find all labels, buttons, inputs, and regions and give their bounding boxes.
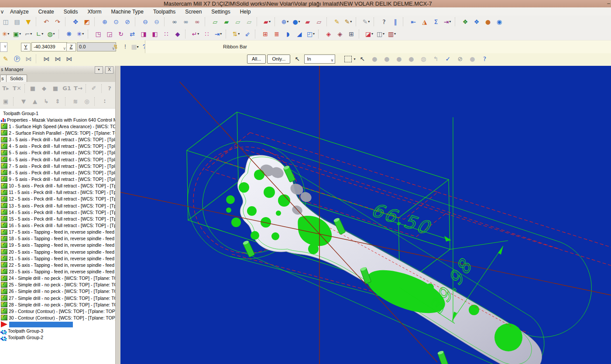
- toolpath-operation-row[interactable]: 13 - 5 axis - Peck drill - full retract …: [0, 202, 115, 209]
- xform-scale-icon[interactable]: ∷: [161, 29, 172, 39]
- viewport-canvas[interactable]: 66.50 39.98: [120, 66, 611, 364]
- toolpath-operation-row[interactable]: 9 - 5 axis - Peck drill - full retract -…: [0, 176, 115, 182]
- create-polyline-icon[interactable]: ∟▾: [34, 29, 45, 39]
- dropdown-caret-icon[interactable]: ▾: [299, 20, 300, 24]
- dropdown-caret-icon[interactable]: ▾: [197, 32, 199, 36]
- grid-settings-icon[interactable]: ⊞: [260, 29, 271, 39]
- viewsheets-arrow-icon[interactable]: ⇙: [242, 29, 253, 39]
- regen-all-icon[interactable]: ■: [27, 84, 38, 93]
- dropdown-caret-icon[interactable]: ▾: [7, 32, 9, 36]
- toolpath-display-icon[interactable]: ≋: [70, 97, 81, 106]
- z-coordinate-button[interactable]: Z: [66, 43, 76, 51]
- toolpath-operation-row[interactable]: 17 - 5 axis - Tapping - feed in, reverse…: [0, 229, 115, 235]
- menu-item[interactable]: Screen: [180, 9, 206, 15]
- toolpath-operation-row[interactable]: 30 - Contour (Contour) - [WCS: TOP] - [T…: [0, 314, 115, 321]
- select-cube-disabled-icon[interactable]: ◍: [418, 54, 429, 64]
- hatch-lines-icon[interactable]: ≣: [271, 29, 282, 39]
- roll-icon[interactable]: ↵▾: [190, 29, 201, 39]
- dropdown-caret-icon[interactable]: ▾: [383, 32, 384, 36]
- gview-side-cube-icon[interactable]: ▱: [232, 17, 244, 27]
- toolpath-operation-row[interactable]: 20 - 5 axis - Tapping - feed in, reverse…: [0, 248, 115, 255]
- toolpath-operation-row[interactable]: 10 - 5 axis - Peck drill - full retract …: [0, 183, 115, 189]
- toolpath-operation-row[interactable]: 14 - 5 axis - Peck drill - full retract …: [0, 209, 115, 215]
- menu-item[interactable]: Analyze: [5, 9, 34, 15]
- solid-box-icon[interactable]: ◰▾: [305, 29, 316, 39]
- dropdown-caret-icon[interactable]: ▾: [82, 32, 84, 36]
- select-toolpaths-icon[interactable]: T▸: [0, 84, 11, 93]
- delete-entity-pencil-icon[interactable]: ✎: [331, 17, 343, 27]
- unzoom-icon[interactable]: ⊖: [140, 17, 151, 27]
- undo-selection-icon[interactable]: ↰: [430, 54, 441, 64]
- bowtie-gray-icon[interactable]: ⋈: [23, 54, 34, 64]
- pencil-partial-icon[interactable]: ✎: [0, 54, 11, 64]
- toolpath-operation-row[interactable]: Toolpath Group-3: [0, 328, 115, 334]
- select-only-button[interactable]: Only...: [267, 54, 290, 64]
- toolpath-operation-row[interactable]: 27 - Simple drill - no peck - [WCS: TOP]…: [0, 295, 115, 301]
- xform-mirror-icon[interactable]: ⇄: [127, 29, 138, 39]
- analyze-sum-icon[interactable]: Σ: [430, 17, 442, 27]
- limit-select-2-icon[interactable]: ⋈: [52, 54, 63, 64]
- panel-dropdown-button[interactable]: ▼: [95, 66, 103, 74]
- menu-item[interactable]: Settings: [206, 9, 235, 15]
- toolpath-operation-row[interactable]: 8 - 5 axis - Peck drill - full retract -…: [0, 169, 115, 176]
- toolpath-operation-row[interactable]: 1 - Surface High Speed (Area clearance) …: [0, 123, 115, 129]
- toolpath-operation-row[interactable]: 3 - 5 axis - Peck drill - full retract -…: [0, 136, 115, 143]
- undelete-pencil-icon[interactable]: ✎▾: [360, 17, 372, 27]
- regen-selected-icon[interactable]: ■: [50, 84, 61, 93]
- quick-mask-cursor-icon[interactable]: ↖: [292, 54, 303, 64]
- dropdown-caret-icon[interactable]: ▾: [41, 32, 43, 36]
- sphere-blue-icon[interactable]: ◉: [494, 17, 505, 27]
- shading-cube-icon[interactable]: ▰: [302, 17, 313, 27]
- move-down-icon[interactable]: ▼: [18, 97, 29, 106]
- toolpath-operation-row[interactable]: 23 - 5 axis - Tapping - feed in, reverse…: [0, 268, 115, 275]
- planes-cube-icon[interactable]: ▰▾: [261, 17, 273, 27]
- toolpath-operation-row[interactable]: 22 - 5 axis - Tapping - feed in, reverse…: [0, 262, 115, 268]
- zoom-window-icon[interactable]: ⊕: [99, 17, 110, 27]
- surface-arc-icon[interactable]: ◗: [282, 29, 294, 39]
- unzoom-80-icon[interactable]: ⊖: [151, 17, 162, 27]
- selection-filter-funnel-icon[interactable]: ▼: [23, 17, 34, 27]
- limit-select-3-icon[interactable]: ⋈: [63, 54, 75, 64]
- dropdown-caret-icon[interactable]: ▾: [137, 45, 139, 49]
- y-coordinate-button[interactable]: Y: [21, 43, 31, 51]
- gview-front-cube-icon[interactable]: ▰: [221, 17, 232, 27]
- title-bar[interactable]: Mastercam Mill X7 D:\ÇIZIM\Solid works\N…: [0, 0, 611, 7]
- toolpath-operation-row[interactable]: 19 - 5 axis - Tapping - feed in, reverse…: [0, 242, 115, 248]
- panel-close-button[interactable]: X: [105, 66, 113, 74]
- graphics-viewport[interactable]: 66.50 39.98: [120, 66, 611, 364]
- snowflake-axis-icon[interactable]: ✳▾: [75, 29, 86, 39]
- in-selection-combo[interactable]: In∨: [304, 54, 335, 64]
- scroll-window-icon[interactable]: ⇕: [52, 97, 63, 106]
- toolpath-operation-row[interactable]: 18 - 5 axis - Tapping - feed in, reverse…: [0, 235, 115, 242]
- dropdown-caret-icon[interactable]: ▾: [394, 32, 396, 36]
- wire-cube-icon[interactable]: ⊞: [346, 29, 357, 39]
- menu-item[interactable]: Solids: [59, 9, 83, 15]
- menu-item[interactable]: Toolpaths: [148, 9, 180, 15]
- dropdown-caret-icon[interactable]: ▾: [350, 20, 352, 24]
- redo-icon[interactable]: ↷: [52, 17, 63, 27]
- toolpath-operation-row[interactable]: 6 - 5 axis - Peck drill - full retract -…: [0, 156, 115, 163]
- disabled-circle-icon[interactable]: ●: [467, 54, 478, 64]
- move-up-icon[interactable]: ▲: [29, 97, 41, 106]
- world-green-icon[interactable]: ❖: [460, 17, 471, 27]
- dropdown-caret-icon[interactable]: ▾: [368, 20, 370, 24]
- tool-settings-icon[interactable]: ∶: [99, 97, 110, 106]
- create-rectangle-icon[interactable]: ▣▾: [11, 29, 23, 39]
- lock-posting-icon[interactable]: ▣: [0, 97, 11, 106]
- xform-rotate-icon[interactable]: ↻: [115, 29, 127, 39]
- minimize-button[interactable]: –: [607, 0, 610, 7]
- analyze-entity-icon[interactable]: ?: [378, 17, 390, 27]
- apply-exclaim-icon[interactable]: !: [120, 42, 130, 51]
- shading-sphere-icon[interactable]: ●▾: [291, 17, 302, 27]
- toolpath-operation-row[interactable]: 2 - Surface Finish Parallel - [WCS: TOP]…: [0, 129, 115, 136]
- select-group-1-icon[interactable]: ●: [381, 54, 392, 64]
- post-selected-icon[interactable]: T→: [72, 84, 84, 93]
- dropdown-caret-icon[interactable]: ▾: [287, 20, 288, 24]
- fastpoint-lightning-icon[interactable]: ↯: [111, 42, 120, 51]
- toolpath-operation-row[interactable]: 21 - 5 axis - Tapping - feed in, reverse…: [0, 255, 115, 262]
- plane-select-icon[interactable]: Ⓟ: [11, 54, 23, 64]
- dropdown-caret-icon[interactable]: ▾: [354, 57, 355, 61]
- toolpath-operation-row[interactable]: 4 - 5 axis - Peck drill - full retract -…: [0, 143, 115, 150]
- toolpath-operation-row[interactable]: Toolpath Group-1: [0, 110, 115, 116]
- fit-rotate-binoculars-icon[interactable]: ∞: [180, 17, 192, 27]
